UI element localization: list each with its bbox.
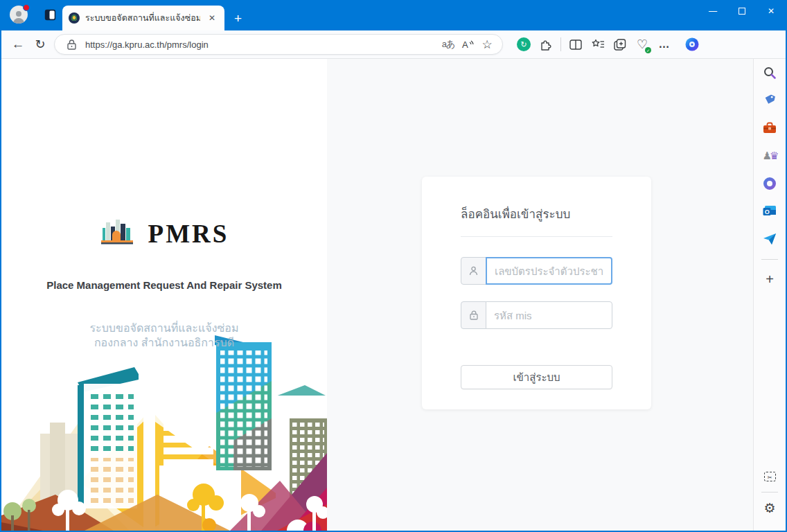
login-submit-button[interactable]: เข้าสู่ระบบ — [461, 365, 612, 389]
extensions-puzzle-icon[interactable] — [535, 34, 557, 55]
browser-window: ระบบขอจัดสถานที่และแจ้งซ่อม ✕ + — ✕ ← ↻ … — [0, 0, 787, 532]
brand-thai-line2: กองกลาง สำนักงานอธิการบดี — [1, 336, 327, 351]
login-card: ล็อคอินเพื่อเข้าสู่ระบบ เข้าสู่ระบบ — [422, 177, 651, 409]
tab-title: ระบบขอจัดสถานที่และแจ้งซ่อม — [85, 11, 200, 25]
queen-glyph: ♛ — [770, 150, 777, 162]
sidebar-bottom-divider — [761, 492, 778, 493]
close-tab-icon[interactable]: ✕ — [206, 12, 218, 24]
sidebar-outlook-icon[interactable]: O — [761, 202, 779, 220]
browser-essentials-icon[interactable]: ♡ ✓ — [631, 34, 653, 55]
url-text[interactable]: https://ga.kpru.ac.th/pmrs/login — [85, 39, 439, 50]
sidebar-m365-icon[interactable] — [761, 175, 779, 192]
brand-tagline: Place Management Request And Repair Syst… — [1, 279, 327, 291]
browser-tab[interactable]: ระบบขอจัดสถานที่และแจ้งซ่อม ✕ — [62, 6, 224, 30]
brand-name: PMRS — [148, 219, 229, 249]
notification-dot — [23, 4, 30, 11]
maximize-button[interactable] — [727, 0, 757, 22]
sidebar-divider — [761, 259, 778, 260]
page-body: PMRS Place Management Request And Repair… — [1, 59, 786, 531]
title-bar: ระบบขอจัดสถานที่และแจ้งซ่อม ✕ + — ✕ — [1, 0, 786, 30]
mis-password-input[interactable] — [486, 301, 612, 329]
more-menu-icon[interactable]: … — [653, 34, 675, 55]
new-tab-button[interactable]: + — [234, 12, 242, 25]
lock-icon — [461, 301, 486, 329]
split-screen-icon[interactable] — [565, 34, 587, 55]
sidebar-games-icon[interactable]: ♟♛ — [761, 147, 779, 164]
sidebar-bottom: ✂ ⚙ — [761, 468, 779, 524]
id-input-group — [461, 257, 612, 285]
card-divider — [461, 236, 612, 237]
sidebar-settings-icon[interactable]: ⚙ — [761, 499, 779, 517]
favorite-star-icon[interactable]: ☆ — [477, 35, 497, 53]
id-card-input[interactable] — [486, 257, 612, 285]
favorites-list-icon[interactable] — [587, 34, 609, 55]
login-heading: ล็อคอินเพื่อเข้าสู่ระบบ — [461, 204, 612, 223]
brand-thai-subtitle: ระบบขอจัดสถานที่และแจ้งซ่อม กองกลาง สำนั… — [1, 321, 327, 351]
pmrs-logo-icon — [100, 217, 134, 250]
password-input-group — [461, 301, 612, 329]
cityscape-illustration — [1, 330, 327, 531]
brand-panel: PMRS Place Management Request And Repair… — [1, 59, 327, 531]
back-button[interactable]: ← — [7, 34, 29, 55]
main-area: ล็อคอินเพื่อเข้าสู่ระบบ เข้าสู่ระบบ — [327, 59, 753, 531]
user-icon — [461, 257, 486, 285]
read-aloud-icon[interactable]: A — [458, 35, 477, 53]
extension-green-icon[interactable]: ↻ — [513, 34, 535, 55]
address-bar[interactable]: https://ga.kpru.ac.th/pmrs/login aあ A ☆ — [54, 34, 503, 55]
essentials-check-icon: ✓ — [645, 47, 651, 53]
browser-toolbar: ← ↻ https://ga.kpru.ac.th/pmrs/login aあ … — [1, 30, 786, 59]
sidebar-shopping-icon[interactable] — [761, 91, 779, 109]
maximize-icon — [739, 8, 745, 15]
sidebar-customize-button[interactable]: + — [761, 271, 779, 288]
close-window-button[interactable]: ✕ — [757, 0, 786, 22]
sidebar-toolbox-icon[interactable] — [761, 119, 779, 136]
svg-text:A: A — [462, 39, 468, 50]
brand-thai-line1: ระบบขอจัดสถานที่และแจ้งซ่อม — [1, 321, 327, 336]
refresh-button[interactable]: ↻ — [29, 34, 51, 55]
tab-layout-icon[interactable] — [44, 9, 56, 24]
site-favicon — [69, 12, 80, 24]
web-capture-icon[interactable]: ✂ — [761, 468, 779, 485]
minimize-button[interactable]: — — [698, 0, 727, 22]
lock-icon — [62, 35, 81, 53]
collections-add-icon[interactable] — [609, 34, 631, 55]
edge-sidebar: ♟♛ O + ✂ ⚙ — [753, 59, 786, 531]
translate-icon[interactable]: aあ — [439, 35, 458, 53]
sidebar-drop-icon[interactable] — [761, 230, 779, 247]
svg-text:O: O — [765, 209, 770, 215]
pawn-glyph: ♟ — [763, 150, 770, 162]
brand-block: PMRS Place Management Request And Repair… — [1, 217, 327, 351]
toolbar-divider — [560, 37, 561, 51]
copilot-icon[interactable] — [681, 34, 703, 55]
window-controls: — ✕ — [698, 0, 786, 22]
scissors-glyph: ✂ — [768, 475, 772, 481]
profile-avatar[interactable] — [10, 6, 29, 25]
sidebar-search-icon[interactable] — [761, 64, 779, 81]
